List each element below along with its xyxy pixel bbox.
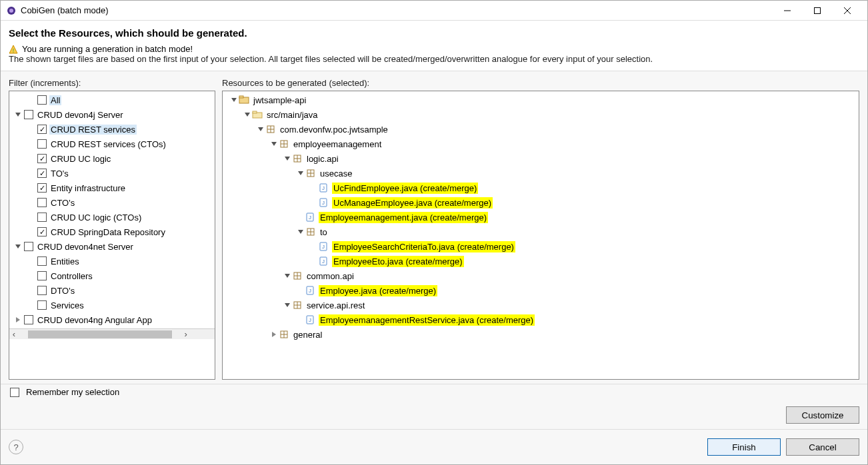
filter-checkbox[interactable]: [37, 213, 47, 222]
svg-text:J: J: [322, 244, 325, 250]
remember-selection-label: Remember my selection: [26, 387, 119, 397]
filter-item[interactable]: CRUD devon4j Server: [9, 107, 215, 122]
expander-icon[interactable]: [283, 300, 292, 310]
filter-item[interactable]: Services: [9, 298, 215, 312]
filter-item-label: CRUD UC logic (CTOs): [49, 213, 143, 223]
app-icon: [6, 5, 17, 16]
filter-item-label: Services: [49, 300, 85, 310]
expander-icon[interactable]: [256, 125, 265, 134]
expander-icon[interactable]: [13, 110, 23, 119]
filter-checkbox[interactable]: [37, 139, 47, 149]
filter-item[interactable]: CRUD devon4net Server: [9, 239, 215, 254]
resource-item-label: Employeemanagement.java (create/merge): [319, 212, 488, 223]
filter-item[interactable]: Controllers: [9, 268, 215, 283]
filter-checkbox[interactable]: [24, 242, 33, 251]
java-icon: J: [319, 256, 329, 266]
filter-item[interactable]: CRUD SpringData Repository: [9, 225, 215, 239]
horizontal-scrollbar[interactable]: ‹ ›: [9, 328, 215, 339]
svg-rect-13: [239, 96, 243, 98]
resource-item[interactable]: general: [223, 327, 859, 342]
filter-item[interactable]: Entity infrastructure: [9, 181, 215, 195]
filter-item[interactable]: All: [9, 93, 215, 107]
cancel-button[interactable]: Cancel: [786, 438, 859, 456]
resource-item[interactable]: JEmployeeSearchCriteriaTo.java (create/m…: [223, 239, 859, 254]
filter-checkbox[interactable]: [37, 300, 47, 310]
filter-checkbox[interactable]: [37, 256, 47, 266]
filter-item[interactable]: CRUD UC logic (CTOs): [9, 210, 215, 225]
svg-text:J: J: [309, 288, 311, 294]
expander-icon[interactable]: [296, 227, 305, 236]
finish-button[interactable]: Finish: [707, 438, 781, 456]
svg-text:J: J: [322, 185, 325, 191]
filter-item[interactable]: CRUD REST services (CTOs): [9, 137, 215, 151]
resource-item[interactable]: employeemanagement: [223, 137, 859, 151]
resource-item[interactable]: JEmployee.java (create/merge): [223, 283, 859, 298]
filter-checkbox[interactable]: [37, 154, 47, 163]
filter-checkbox[interactable]: [37, 169, 47, 178]
resource-item[interactable]: logic.api: [223, 151, 859, 166]
resource-item-label: service.api.rest: [305, 300, 366, 310]
resource-item[interactable]: JEmployeeEto.java (create/merge): [223, 254, 859, 268]
scroll-thumb[interactable]: [28, 330, 172, 338]
remember-selection-option[interactable]: Remember my selection: [9, 387, 859, 397]
resource-item[interactable]: to: [223, 225, 859, 239]
resource-item[interactable]: common.api: [223, 268, 859, 283]
filter-checkbox[interactable]: [37, 125, 47, 134]
filter-checkbox[interactable]: [37, 286, 47, 295]
filter-panel: Filter (increments): AllCRUD devon4j Ser…: [9, 78, 215, 380]
filter-item[interactable]: CRUD devon4ng Angular App: [9, 312, 215, 327]
expander-icon[interactable]: [229, 95, 239, 105]
customize-button[interactable]: Customize: [786, 406, 859, 424]
svg-marker-14: [245, 113, 250, 117]
resources-panel: Resources to be generated (selected): jw…: [222, 78, 859, 380]
resource-item[interactable]: JEmployeemanagementRestService.java (cre…: [223, 312, 859, 327]
resource-item[interactable]: com.devonfw.poc.jwtsample: [223, 122, 859, 137]
scroll-left-arrow[interactable]: ‹: [9, 329, 19, 339]
expander-icon[interactable]: [296, 169, 305, 178]
resources-tree[interactable]: jwtsample-apisrc/main/javacom.devonfw.po…: [222, 91, 859, 380]
close-button[interactable]: [832, 1, 862, 21]
resource-item[interactable]: JEmployeemanagement.java (create/merge): [223, 210, 859, 225]
remember-selection-checkbox[interactable]: [10, 388, 19, 397]
package-icon: [265, 124, 276, 135]
filter-item[interactable]: CRUD UC logic: [9, 151, 215, 166]
expander-icon[interactable]: [283, 271, 292, 280]
resource-item-label: src/main/java: [265, 110, 319, 120]
expander-icon[interactable]: [13, 315, 23, 324]
expander-icon[interactable]: [243, 110, 252, 119]
resource-item[interactable]: JUcFindEmployee.java (create/merge): [223, 181, 859, 195]
maximize-button[interactable]: [802, 1, 832, 21]
filter-item[interactable]: Entities: [9, 254, 215, 268]
help-button[interactable]: ?: [9, 440, 23, 454]
java-icon: J: [319, 197, 329, 208]
package-icon: [305, 168, 316, 179]
resource-item[interactable]: service.api.rest: [223, 298, 859, 312]
expander-icon[interactable]: [13, 242, 23, 251]
header: Select the Resources, which should be ge…: [1, 21, 867, 71]
filter-item[interactable]: CRUD REST services: [9, 122, 215, 137]
resource-item[interactable]: usecase: [223, 166, 859, 181]
project-icon: [239, 95, 249, 105]
filter-checkbox[interactable]: [24, 315, 33, 324]
filter-checkbox[interactable]: [37, 227, 47, 236]
filter-checkbox[interactable]: [24, 110, 33, 119]
filter-item[interactable]: DTO's: [9, 283, 215, 298]
filter-item[interactable]: TO's: [9, 166, 215, 181]
scroll-right-arrow[interactable]: ›: [181, 329, 191, 339]
filter-tree[interactable]: AllCRUD devon4j ServerCRUD REST services…: [9, 91, 215, 380]
filter-checkbox[interactable]: [37, 183, 47, 193]
filter-item[interactable]: CTO's: [9, 195, 215, 210]
minimize-button[interactable]: [772, 1, 802, 21]
warning-text: You are running a generation in batch mo…: [22, 44, 193, 54]
resource-item[interactable]: JUcManageEmployee.java (create/merge): [223, 195, 859, 210]
expander-icon[interactable]: [283, 154, 292, 163]
filter-checkbox[interactable]: [37, 198, 47, 207]
filter-checkbox[interactable]: [37, 271, 47, 280]
resource-item-label: usecase: [319, 169, 353, 179]
expander-icon[interactable]: [269, 330, 279, 339]
resource-item-label: to: [319, 227, 329, 237]
expander-icon[interactable]: [269, 139, 279, 149]
resource-item[interactable]: jwtsample-api: [223, 93, 859, 107]
filter-checkbox[interactable]: [37, 95, 47, 105]
resource-item[interactable]: src/main/java: [223, 107, 859, 122]
